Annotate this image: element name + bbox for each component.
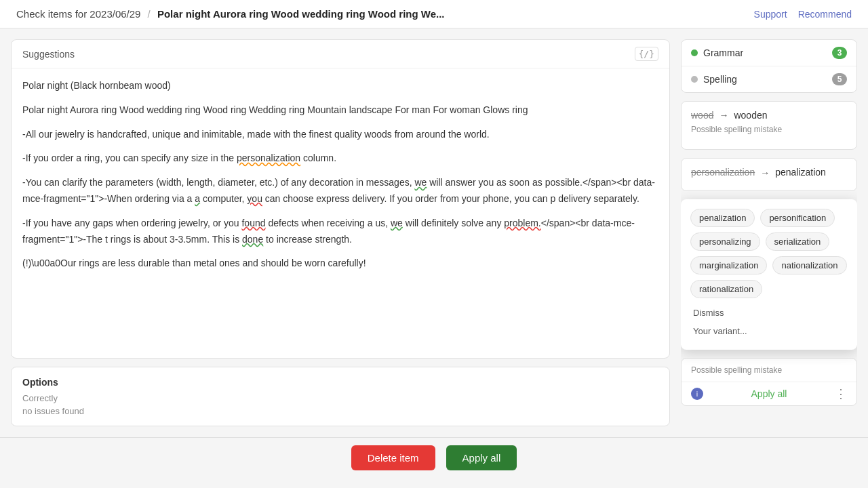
highlight-we: we — [414, 177, 427, 188]
correction-personalization: personalization → penalization — [691, 167, 847, 178]
word-old-wood: wood — [691, 110, 713, 121]
apply-all-row: i Apply all ⋮ — [682, 382, 856, 405]
grammar-count: 3 — [832, 47, 847, 59]
highlight-problem: problem. — [504, 218, 540, 228]
spelling-note-1: Possible spelling mistake — [691, 125, 847, 134]
suggestions-body: Polar night (Black hornbeam wood) Polar … — [12, 68, 669, 289]
apply-all-button[interactable]: Apply all — [446, 445, 517, 470]
breadcrumb-separator: / — [148, 8, 153, 20]
para-5: -You can clarify the parameters (width, … — [22, 175, 658, 207]
highlight-we2: we — [391, 218, 403, 228]
suggestions-header: Suggestions {/} — [12, 40, 669, 68]
header-actions: Support Recommend — [754, 9, 852, 20]
more-options-button[interactable]: ⋮ — [835, 388, 847, 400]
word-old-personalization: personalization — [691, 167, 755, 178]
main-content: Suggestions {/} Polar night (Black hornb… — [0, 28, 868, 437]
spelling-detail-2: personalization → penalization — [681, 158, 857, 191]
page-header: Check items for 2023/06/29 / Polar night… — [0, 0, 868, 28]
highlight-a: a — [195, 193, 200, 204]
your-variant-action[interactable]: Your variant... — [690, 322, 848, 340]
para-4: -If you order a ring, you can specify an… — [22, 150, 658, 167]
spelling-detail-1: wood → wooden Possible spelling mistake — [681, 101, 857, 150]
category-spelling[interactable]: Spelling 5 — [682, 66, 856, 92]
suggestion-popup: penalization personification personalizi… — [681, 199, 857, 350]
apply-all-inline-button[interactable]: Apply all — [751, 388, 787, 399]
suggestions-card: Suggestions {/} Polar night (Black hornb… — [11, 39, 670, 359]
info-icon[interactable]: i — [691, 388, 703, 400]
options-no-issues: no issues found — [22, 406, 658, 416]
chip-marginalization[interactable]: marginalization — [690, 256, 767, 274]
categories-card: Grammar 3 Spelling 5 — [681, 39, 857, 93]
chip-personalizing[interactable]: personalizing — [690, 232, 760, 251]
chip-penalization[interactable]: penalization — [690, 209, 755, 227]
chip-serialization[interactable]: serialization — [766, 232, 830, 251]
arrow2-icon: → — [760, 167, 770, 178]
para-6: -If you have any gaps when ordering jewe… — [22, 216, 658, 248]
highlight-done: done — [242, 234, 263, 245]
chips-row: penalization personification personalizi… — [690, 209, 848, 298]
chip-rationalization[interactable]: rationalization — [690, 280, 762, 298]
highlight-personalization: personalization — [237, 152, 300, 163]
breadcrumb: Check items for 2023/06/29 / Polar night… — [16, 8, 445, 20]
chip-personification[interactable]: personification — [760, 209, 835, 227]
grammar-dot — [691, 49, 698, 56]
footer: Delete item Apply all — [0, 437, 868, 478]
para-1: Polar night (Black hornbeam wood) — [22, 78, 658, 94]
left-panel: Suggestions {/} Polar night (Black hornb… — [11, 39, 670, 426]
correction-wood: wood → wooden — [691, 110, 847, 121]
spelling-label: Spelling — [703, 74, 737, 85]
options-title: Options — [22, 377, 658, 388]
right-panel: Grammar 3 Spelling 5 wood → wooden Possi… — [681, 39, 857, 426]
options-card: Options Correctly no issues found — [11, 367, 670, 426]
category-grammar[interactable]: Grammar 3 — [682, 40, 856, 66]
support-link[interactable]: Support — [754, 9, 787, 20]
word-new-penalization: penalization — [775, 167, 826, 178]
spelling-possible-row: Possible spelling mistake i Apply all ⋮ — [681, 358, 857, 406]
breadcrumb-prefix: Check items for 2023/06/29 — [16, 8, 140, 20]
recommend-link[interactable]: Recommend — [798, 9, 852, 20]
para-7: (!)\u00a0Our rings are less durable than… — [22, 256, 658, 272]
chip-nationalization[interactable]: nationalization — [772, 256, 846, 274]
delete-item-button[interactable]: Delete item — [351, 445, 435, 470]
breadcrumb-title: Polar night Aurora ring Wood wedding rin… — [157, 8, 445, 20]
word-new-wooden: wooden — [734, 110, 767, 121]
highlight-found: found — [241, 218, 265, 228]
options-status: Correctly — [22, 393, 658, 403]
spelling-count: 5 — [832, 73, 847, 85]
spelling-dot — [691, 76, 698, 83]
dismiss-action[interactable]: Dismiss — [690, 304, 848, 322]
possible-spelling-note: Possible spelling mistake — [682, 359, 856, 382]
para-3: -All our jewelry is handcrafted, unique … — [22, 127, 658, 143]
grammar-label: Grammar — [703, 47, 743, 58]
arrow-icon: → — [719, 110, 728, 121]
suggestions-code-icon: {/} — [635, 47, 658, 61]
para-2: Polar night Aurora ring Wood wedding rin… — [22, 102, 658, 119]
highlight-you: you — [247, 193, 262, 204]
suggestions-title: Suggestions — [22, 49, 75, 60]
